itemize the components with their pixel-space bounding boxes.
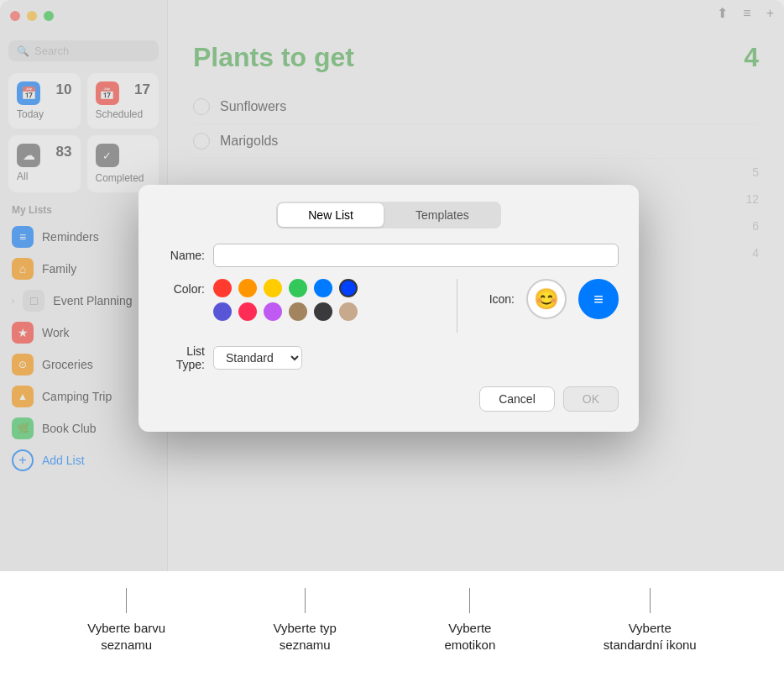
dialog-buttons: Cancel OK: [159, 386, 619, 412]
emoji-icon-button[interactable]: 😊: [526, 279, 567, 319]
name-input[interactable]: [213, 244, 619, 267]
name-label: Name:: [159, 249, 205, 262]
color-pink[interactable]: [238, 302, 257, 321]
list-icon-button[interactable]: ≡: [578, 279, 619, 319]
color-tan[interactable]: [339, 302, 358, 321]
color-green[interactable]: [289, 279, 307, 297]
icon-picker: Icon: 😊 ≡: [489, 279, 619, 319]
name-row: Name:: [159, 244, 619, 267]
annotation-type-text: Vyberte typseznamu: [274, 620, 337, 654]
annotation-emoji-text: Vyberteemotikon: [444, 620, 495, 654]
color-row-1: [213, 279, 442, 297]
cancel-button[interactable]: Cancel: [479, 386, 555, 412]
annotation-color: Vyberte barvuseznamu: [87, 588, 165, 654]
color-icon-row: Color: Icon:: [159, 279, 619, 333]
annotation-icon: Vybertestandardní ikonu: [604, 588, 697, 654]
emoji-icon: 😊: [534, 287, 559, 311]
tab-new-list[interactable]: New List: [278, 203, 384, 227]
list-type-label: List Type:: [159, 344, 205, 371]
annotation-type: Vyberte typseznamu: [274, 588, 337, 654]
annotations-section: Vyberte barvuseznamu Vyberte typseznamu …: [0, 571, 784, 693]
list-type-select[interactable]: Standard Groceries Smart List: [213, 346, 302, 370]
color-row-2: [213, 302, 442, 321]
color-purple[interactable]: [264, 302, 282, 321]
color-blue[interactable]: [339, 279, 358, 297]
list-icon-symbol: ≡: [593, 290, 604, 309]
color-label: Color:: [159, 282, 205, 296]
icon-label: Icon:: [489, 292, 515, 306]
color-yellow[interactable]: [264, 279, 282, 297]
annotation-color-text: Vyberte barvuseznamu: [87, 620, 165, 654]
annotation-emoji-line: [469, 588, 470, 613]
dialog-tab-bar: New List Templates: [276, 202, 501, 228]
annotation-type-line: [305, 588, 306, 613]
color-picker: [213, 279, 442, 321]
annotation-icon-text: Vybertestandardní ikonu: [604, 620, 697, 654]
list-type-row: List Type: Standard Groceries Smart List: [159, 344, 619, 371]
color-indigo[interactable]: [213, 302, 232, 321]
color-light-blue[interactable]: [314, 279, 332, 297]
color-brown[interactable]: [289, 302, 307, 321]
ok-button[interactable]: OK: [563, 386, 619, 412]
color-dark-gray[interactable]: [314, 302, 332, 321]
color-red[interactable]: [213, 279, 232, 297]
annotation-emoji: Vyberteemotikon: [444, 588, 495, 654]
tab-templates[interactable]: Templates: [385, 203, 499, 227]
new-list-dialog: New List Templates Name: Color:: [139, 185, 639, 432]
annotation-color-line: [126, 588, 127, 613]
annotation-icon-line: [650, 588, 651, 613]
color-orange[interactable]: [238, 279, 257, 297]
